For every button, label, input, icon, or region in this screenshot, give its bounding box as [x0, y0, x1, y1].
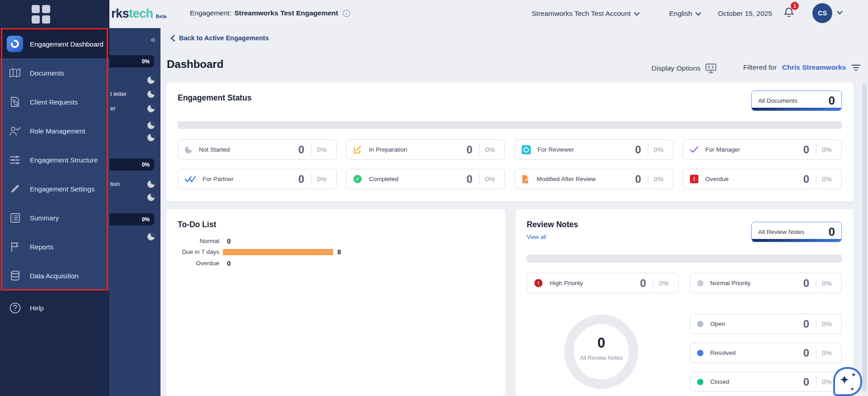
account-selector[interactable]: Streamworks Tech Test Account: [532, 10, 639, 18]
chevron-down-icon: [634, 10, 640, 16]
note-card-normal-priority[interactable]: Normal Priority 0 0%: [690, 273, 842, 293]
tree-item-label[interactable]: er: [110, 105, 116, 112]
filtered-for-control: Filtered for Chris Streamworks: [743, 63, 861, 72]
section-percent: 0%: [142, 162, 150, 168]
card-accent-bar: [752, 239, 841, 242]
engagement-status-progress-bar: [178, 121, 842, 129]
status-card-count: 0: [803, 143, 809, 156]
note-card-label: High Priority: [550, 280, 583, 286]
sidebar-item-help[interactable]: Help: [0, 296, 109, 320]
status-card-in-preparation[interactable]: In Preparation 0 0%: [346, 139, 505, 160]
sidebar-item-engagement-settings[interactable]: Engagement Settings: [0, 174, 109, 203]
review-notes-donut-chart: [564, 315, 638, 389]
dot-icon: [697, 379, 703, 385]
status-card-overdue[interactable]: ! Overdue 0 0%: [683, 169, 842, 189]
moon-icon: [147, 76, 155, 84]
status-card-label: In Preparation: [369, 146, 407, 153]
engagement-status-title: Engagement Status: [178, 93, 251, 103]
ai-assistant-button[interactable]: ✦ ✦ ✦: [833, 367, 862, 396]
sidebar-menu: Engagement Dashboard Documents Client Re…: [0, 28, 109, 291]
note-card-high-priority[interactable]: ! High Priority 0 0%: [527, 273, 679, 293]
moon-icon: [147, 122, 155, 129]
note-card-closed[interactable]: Closed 0 0%: [690, 372, 842, 392]
avatar-chevron-icon[interactable]: [837, 9, 843, 14]
all-documents-label: All Documents: [758, 97, 797, 104]
tree-section-badge: 0%: [109, 55, 154, 67]
status-card-count: 0: [803, 173, 809, 186]
status-card-count: 0: [298, 143, 304, 156]
status-card-for-manager[interactable]: For Manager 0 0%: [683, 139, 842, 160]
all-documents-card[interactable]: All Documents 0: [751, 91, 842, 111]
app-logo: rkstech Beta: [111, 7, 166, 21]
tree-section-badge: 0%: [109, 158, 154, 171]
sidebar-item-engagement-dashboard[interactable]: Engagement Dashboard: [0, 29, 109, 58]
avatar-initials: CS: [818, 10, 826, 17]
sidebar-item-label: Help: [30, 304, 44, 312]
date-display: October 15, 2025: [718, 10, 772, 18]
tree-item-label[interactable]: tion: [110, 181, 120, 187]
scrollbar-thumb[interactable]: [862, 84, 867, 391]
apps-grid-icon[interactable]: [32, 5, 50, 24]
status-card-not-started[interactable]: Not Started 0 0%: [178, 139, 337, 160]
sparkle-icon: ✦: [851, 371, 856, 378]
review-notes-progress-bar: [527, 255, 842, 262]
section-percent: 0%: [142, 216, 150, 223]
notifications-button[interactable]: 1: [783, 6, 801, 24]
engagement-name: Streamworks Test Engagement: [234, 9, 338, 17]
todo-row-due-7-days: Due in 7 days 8: [178, 247, 494, 258]
sparkle-icon: ✦: [850, 386, 854, 392]
info-icon[interactable]: [343, 10, 350, 17]
note-card-resolved[interactable]: Resolved 0 0%: [690, 343, 842, 363]
filter-user[interactable]: Chris Streamworks: [782, 63, 846, 72]
divider: [479, 144, 480, 156]
note-card-count: 0: [803, 376, 809, 388]
divider: [816, 277, 816, 289]
sidebar-item-data-acquisition[interactable]: Data Acquisition: [0, 261, 109, 290]
sparkle-icon: ✦: [839, 372, 849, 387]
status-card-for-reviewer[interactable]: For Reviewer 0 0%: [514, 139, 674, 160]
all-review-notes-card[interactable]: All Review Notes 0: [751, 222, 842, 242]
note-card-count: 0: [640, 277, 646, 290]
status-card-modified-after-review[interactable]: Modified After Review 0 0%: [514, 169, 674, 189]
status-card-percent: 0%: [317, 146, 330, 153]
status-card-percent: 0%: [654, 146, 666, 153]
logo-text-teal: tech: [129, 7, 153, 21]
sidebar-item-summary[interactable]: Summary: [0, 203, 109, 232]
moon-icon: [147, 105, 155, 112]
help-icon: [6, 302, 24, 314]
dot-icon: [697, 350, 703, 356]
avatar[interactable]: CS: [812, 3, 832, 23]
note-card-label: Resolved: [710, 349, 736, 356]
logo-text-dark: rks: [111, 7, 129, 21]
collapse-panel-icon[interactable]: «: [151, 34, 156, 44]
todo-value: 0: [227, 259, 231, 267]
filter-icon[interactable]: [851, 64, 861, 71]
chevron-left-icon: [170, 35, 175, 42]
sidebar-item-role-management[interactable]: Role Management: [0, 116, 109, 145]
sidebar-item-documents[interactable]: Documents: [0, 58, 109, 87]
sidebar-item-engagement-structure[interactable]: Engagement Structure: [0, 145, 109, 174]
sidebar-item-label: Role Management: [30, 127, 85, 135]
divider: [648, 173, 648, 185]
status-card-percent: 0%: [654, 175, 666, 183]
note-card-label: Normal Priority: [710, 280, 750, 286]
status-card-completed[interactable]: ✓ Completed 0 0%: [346, 169, 505, 189]
note-card-open[interactable]: Open 0 0%: [690, 314, 842, 334]
all-review-notes-count: 0: [829, 225, 835, 239]
view-all-link[interactable]: View all: [527, 234, 546, 240]
tree-item-label[interactable]: t letter: [110, 91, 127, 97]
summary-icon: [6, 213, 24, 223]
note-card-count: 0: [803, 318, 809, 330]
beta-badge: Beta: [156, 14, 167, 21]
display-options-button[interactable]: Display Options: [651, 63, 717, 73]
status-card-for-partner[interactable]: For Partner 0 0%: [178, 169, 337, 189]
sidebar-item-label: Client Requests: [30, 98, 78, 106]
sidebar-item-reports[interactable]: Reports: [0, 232, 109, 261]
engagement-title: Engagement: Streamworks Test Engagement: [190, 9, 350, 17]
sidebar-item-client-requests[interactable]: Client Requests: [0, 87, 109, 116]
back-link[interactable]: Back to Active Engagements: [170, 34, 269, 42]
todo-bar[interactable]: [223, 249, 333, 255]
status-card-count: 0: [467, 143, 472, 156]
language-selector[interactable]: English: [669, 10, 700, 18]
status-card-percent: 0%: [822, 175, 835, 183]
